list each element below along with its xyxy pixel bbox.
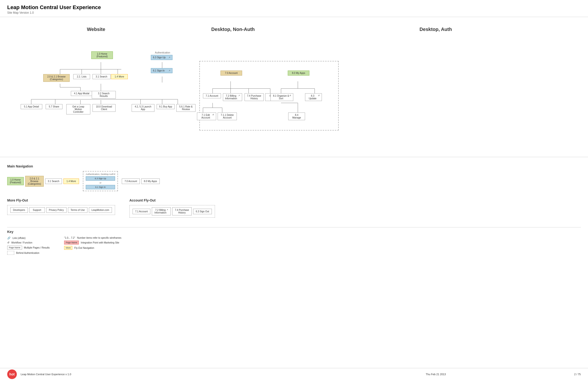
nav-terms: Terms of Use bbox=[68, 207, 87, 213]
key-workflow-label: Workflow / Function bbox=[11, 241, 32, 244]
nav-home: 1.0 Home(Featured) bbox=[7, 177, 24, 185]
node-search: 3.1 Search bbox=[92, 74, 110, 79]
link-icon: 🔗 bbox=[7, 237, 11, 240]
nav-billing-72: 7.2 BillingInformation ↗ bbox=[152, 207, 171, 215]
nav-account-70: 7.0 Account bbox=[122, 178, 140, 184]
footer: hot Leap Motion Central User Experience … bbox=[0, 368, 588, 380]
bottom-left: More Fly-Out Developers Support Privacy … bbox=[7, 198, 115, 220]
nav-myapps-80: 8.0 My Apps bbox=[141, 178, 160, 184]
nav-privacy: Privacy Policy bbox=[46, 207, 66, 213]
node-get-leap: Get a Leap MotionController bbox=[66, 104, 90, 114]
node-app-detail: 5.1 App Detail bbox=[21, 104, 42, 109]
nav-purchase-74: 7.4 PurchaseHistory bbox=[172, 207, 192, 215]
page-title: Leap Motion Central User Experience bbox=[7, 4, 581, 11]
nav-search: 3.1 Search bbox=[45, 178, 62, 184]
account-flyout-row: 7.1 Account 7.2 BillingInformation ↗ 7.4… bbox=[133, 207, 212, 215]
main-nav-section: Main Navigation 1.0 Home(Featured) 2.0 &… bbox=[7, 164, 581, 191]
key-pink-label: Integration Point with Marketing Site bbox=[81, 241, 119, 244]
node-organize-81: 8.1 Organize & Sort↺ bbox=[271, 93, 293, 101]
nav-row: 1.0 Home(Featured) 2.0 & 2.1Browse(Categ… bbox=[7, 171, 581, 191]
node-launch-app: 4.2, 5.3 Launch App bbox=[132, 104, 154, 112]
header: Leap Motion Central User Experience Site… bbox=[0, 0, 588, 17]
key-numbering-label: "1.0... 7.2" bbox=[64, 237, 75, 239]
key-pages-label: Multiple Pages / Results bbox=[24, 246, 50, 249]
key-auth-label: Behind Authentication bbox=[16, 252, 39, 254]
node-manage-84: 8.4 Manage bbox=[288, 113, 305, 120]
account-flyout-title: Account Fly-Out bbox=[129, 198, 215, 202]
footer-logo: hot bbox=[7, 369, 17, 379]
nav-more: 1.4 More bbox=[63, 178, 79, 184]
node-search-results: 3.2 Search Results bbox=[92, 91, 116, 99]
key-column-2: "1.0... 7.2" Number items refer to speci… bbox=[64, 237, 122, 256]
nav-signup: 6.3 Sign Up bbox=[86, 176, 115, 181]
node-more: 1.4 More bbox=[111, 74, 128, 79]
key-column-1: 🔗 Link (offsite) ↺ Workflow / Function P… bbox=[7, 237, 50, 256]
more-flyout-title: More Fly-Out bbox=[7, 198, 115, 202]
page-subtitle: Site Map Version 1.0 bbox=[7, 11, 581, 14]
col-desktop-nonauth: Desktop, Non-Auth bbox=[175, 27, 291, 32]
key-title: Key bbox=[7, 230, 581, 234]
key-numbering: "1.0... 7.2" Number items refer to speci… bbox=[64, 237, 122, 239]
col-desktop-auth: Desktop, Auth bbox=[291, 27, 581, 32]
diagram-area: Website Desktop, Non-Auth Desktop, Auth bbox=[0, 17, 588, 157]
key-workflow: ↺ Workflow / Function bbox=[7, 241, 50, 244]
nav-support: Support bbox=[29, 207, 45, 213]
footer-page: 2 / 75 bbox=[574, 373, 581, 376]
node-signin: 6.1 Sign-In↗ bbox=[151, 68, 172, 73]
node-delete-account: 7.1.1 DeleteAccount bbox=[218, 113, 237, 120]
node-signup: 6.3 Sign Up↗ bbox=[151, 55, 172, 60]
nav-auth-label: Authentication, Desktop Auth'd bbox=[86, 173, 115, 175]
nav-leapmotion: LeapMotion.com bbox=[89, 207, 112, 213]
workflow-icon: ↺ bbox=[7, 241, 9, 244]
node-download-client: 10.0 DownloadClient bbox=[92, 104, 116, 112]
key-auth-box bbox=[7, 251, 14, 255]
auth-label: Authentication bbox=[155, 51, 170, 54]
key-section: Key 🔗 Link (offsite) ↺ Workflow / Functi… bbox=[7, 227, 581, 256]
node-home: 1.0 Home(Featured) bbox=[91, 51, 113, 59]
node-rate-review: 5.6.1 Rate &Review bbox=[176, 104, 195, 112]
node-account-70: 7.0 Account bbox=[220, 71, 242, 76]
col-website: Website bbox=[17, 27, 175, 32]
bottom-flyout-container: More Fly-Out Developers Support Privacy … bbox=[7, 198, 581, 222]
nav-account-71: 7.1 Account bbox=[133, 209, 150, 214]
footer-doc-title: Leap Motion Central User Experience v 1.… bbox=[21, 373, 297, 376]
key-flyout-label: Fly-Out Navigation bbox=[74, 247, 94, 249]
node-edit-account: 7.1 Edit Account↺ bbox=[197, 113, 216, 120]
footer-date: Thu Feb 21 2013 bbox=[297, 373, 574, 376]
nav-browse: 2.0 & 2.1Browse(Categories) bbox=[25, 176, 44, 187]
key-auth: Behind Authentication bbox=[7, 251, 50, 255]
key-pages-box: Page Name bbox=[7, 246, 22, 249]
nav-auth-region: Authentication, Desktop Auth'd 6.3 Sign … bbox=[83, 171, 118, 191]
key-pink-box: Page Name bbox=[64, 241, 79, 245]
key-numbering-desc: Number items refer to specific wireframe… bbox=[77, 237, 122, 239]
node-app-modal: 4.1 App Modal bbox=[71, 91, 92, 96]
node-share: 5.7 Share bbox=[46, 104, 63, 109]
more-flyout: More Fly-Out Developers Support Privacy … bbox=[7, 198, 115, 215]
key-pages: Page Name Multiple Pages / Results bbox=[7, 246, 50, 249]
more-flyout-region: Developers Support Privacy Policy Terms … bbox=[7, 205, 115, 215]
nav-signin: 6.1 Sign In bbox=[86, 185, 115, 189]
key-pink: Page Name Integration Point with Marketi… bbox=[64, 241, 122, 245]
nav-signout-63: 6.3 Sign Out bbox=[193, 209, 212, 214]
key-flyout-box: More bbox=[64, 246, 73, 250]
bottom-section: Main Navigation 1.0 Home(Featured) 2.0 &… bbox=[0, 157, 588, 264]
node-billing-72: 7.2 BillingInformation↗ bbox=[223, 93, 242, 101]
node-update-83: 8.3 Update↺ bbox=[305, 93, 322, 101]
account-flyout: Account Fly-Out 7.1 Account 7.2 BillingI… bbox=[129, 198, 215, 218]
key-grid: 🔗 Link (offsite) ↺ Workflow / Function P… bbox=[7, 237, 581, 256]
nav-or: or bbox=[86, 182, 115, 184]
account-flyout-region: 7.1 Account 7.2 BillingInformation ↗ 7.4… bbox=[129, 205, 215, 218]
node-account-71: 7.1 Account bbox=[203, 93, 221, 98]
nav-developers: Developers bbox=[10, 207, 28, 213]
key-link-label: Link (offsite) bbox=[13, 237, 25, 239]
main-nav-title: Main Navigation bbox=[7, 164, 581, 168]
node-browse: 2.0 & 2.1 Browse(Categories) bbox=[43, 74, 70, 82]
node-lists: 2.2. Lists bbox=[73, 74, 90, 79]
node-buy-app: 9.1 Buy App bbox=[157, 104, 175, 109]
node-myapps-80: 8.0 My Apps bbox=[288, 71, 309, 76]
bottom-right: Account Fly-Out 7.1 Account 7.2 BillingI… bbox=[129, 198, 215, 222]
page-wrapper: Leap Motion Central User Experience Site… bbox=[0, 0, 588, 380]
diagram-container: 1.0 Home(Featured) 2.0 & 2.1 Browse(Cate… bbox=[7, 37, 579, 147]
key-link: 🔗 Link (offsite) bbox=[7, 237, 50, 240]
more-flyout-row: Developers Support Privacy Policy Terms … bbox=[10, 207, 112, 213]
